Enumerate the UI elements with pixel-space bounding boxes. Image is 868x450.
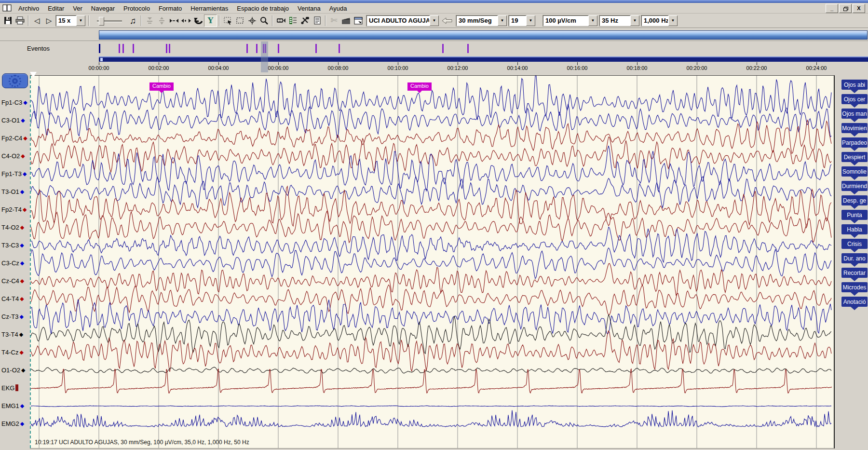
event-button-punta[interactable]: Punta	[841, 210, 868, 220]
page-forward-icon[interactable]: ▷	[43, 15, 55, 27]
event-tick[interactable]	[256, 44, 258, 53]
restore-icon[interactable]	[839, 4, 852, 13]
event-button-parpadeo[interactable]: Parpadeo	[841, 137, 868, 148]
compress-horizontal-icon[interactable]	[168, 15, 180, 27]
event-tick[interactable]	[246, 44, 248, 53]
event-button-recortar[interactable]: Recortar	[841, 268, 868, 278]
menu-protocolo[interactable]: Protocolo	[119, 4, 154, 13]
chevron-down-icon[interactable]: ▼	[498, 15, 507, 26]
event-button-ojos-cer[interactable]: Ojos cer	[841, 94, 868, 104]
cambio-event-label[interactable]: Cambio	[407, 82, 432, 91]
minimize-icon[interactable]: _	[826, 4, 838, 13]
current-position-band[interactable]	[261, 41, 268, 72]
event-tick[interactable]	[133, 44, 134, 53]
chevron-down-icon[interactable]: ▼	[668, 15, 678, 26]
menu-ventana[interactable]: Ventana	[293, 4, 325, 13]
channel-label-fp1-c3[interactable]: Fp1-C3◆	[1, 98, 30, 107]
menu-ayuda[interactable]: Ayuda	[325, 4, 352, 13]
audio-notes-icon[interactable]: ♫	[127, 15, 139, 27]
event-button-ojos-man[interactable]: Ojos man	[841, 109, 868, 119]
rect-select-icon[interactable]	[234, 15, 246, 27]
event-tick[interactable]	[278, 44, 279, 53]
channel-label-fp2-t4[interactable]: Fp2-T4◆	[1, 205, 30, 214]
channel-label-emg1[interactable]: EMG1◆	[1, 401, 30, 410]
compression-combo[interactable]: 15 x ▼	[56, 15, 85, 26]
clip-icon[interactable]	[340, 15, 352, 27]
channel-label-c3-cz[interactable]: C3-Cz◆	[1, 259, 30, 267]
channel-label-t4-o2[interactable]: T4-O2◆	[1, 223, 30, 232]
channel-label-ekg[interactable]: EKG	[1, 383, 30, 392]
event-button-desp-ge[interactable]: Desp. ge	[841, 195, 868, 205]
expand-horizontal-icon[interactable]	[180, 15, 192, 27]
event-button-durmiend[interactable]: Durmiend	[841, 181, 868, 191]
event-tick[interactable]	[467, 44, 469, 53]
event-tick[interactable]	[315, 44, 317, 53]
menu-ver[interactable]: Ver	[68, 4, 87, 13]
compression-slider[interactable]	[93, 15, 125, 26]
channel-label-c4-t4[interactable]: C4-T4◆	[1, 294, 30, 303]
montage-combo[interactable]: UCI ADULTO AGUJAS ▼	[366, 15, 439, 26]
event-tick[interactable]	[166, 44, 167, 53]
menu-herramientas[interactable]: Herramientas	[186, 4, 232, 13]
channel-label-c3-o1[interactable]: C3-O1◆	[1, 116, 30, 124]
print-icon[interactable]	[14, 15, 26, 27]
chevron-down-icon[interactable]: ▼	[526, 15, 535, 26]
report-icon[interactable]	[311, 15, 323, 27]
channel-label-t3-c3[interactable]: T3-C3◆	[1, 241, 30, 249]
calipers-icon[interactable]: Y	[204, 14, 217, 27]
event-tick[interactable]	[169, 44, 170, 53]
video-icon[interactable]	[275, 15, 287, 27]
chevron-down-icon[interactable]: ▼	[430, 15, 439, 26]
chevron-down-icon[interactable]: ▼	[588, 15, 597, 26]
channel-label-fp2-c4[interactable]: Fp2-C4◆	[1, 134, 30, 142]
tools-icon[interactable]	[299, 15, 311, 27]
channel-label-c4-o2[interactable]: C4-O2◆	[1, 151, 30, 160]
speed-combo[interactable]: 30 mm/Seg ▼	[456, 15, 507, 26]
recording-extent-bar[interactable]	[99, 30, 868, 40]
montage-editor-icon[interactable]	[287, 15, 299, 27]
menu-archivo[interactable]: Archivo	[14, 4, 43, 13]
event-tick[interactable]	[442, 44, 444, 53]
event-button-microdes[interactable]: Microdes	[841, 282, 868, 292]
sensitivity-combo[interactable]: 100 µV/cm ▼	[543, 15, 597, 26]
undo-icon[interactable]	[192, 15, 204, 27]
channel-label-emg2[interactable]: EMG2◆	[1, 419, 30, 428]
zoom-icon[interactable]	[258, 15, 270, 27]
timeline[interactable]: 00:00:0000:02:0000:04:0000:06:0000:08:00…	[0, 62, 868, 72]
event-button-anotaci-[interactable]: Anotació	[841, 297, 868, 307]
menu-espacio-de-trabajo[interactable]: Espacio de trabajo	[232, 4, 293, 13]
crosshair-icon[interactable]	[246, 15, 258, 27]
cambio-event-label[interactable]: Cambio	[149, 82, 174, 91]
event-button-dur-ano[interactable]: Dur. ano	[841, 253, 868, 263]
menu-editar[interactable]: Editar	[43, 4, 68, 13]
event-button-despiert[interactable]: Despiert	[841, 152, 868, 162]
low-pass-filter-combo[interactable]: 35 Hz ▼	[599, 15, 639, 26]
channel-label-t3-o1[interactable]: T3-O1◆	[1, 187, 30, 196]
marquee-select-icon[interactable]	[222, 15, 234, 27]
channel-label-cz-t3[interactable]: Cz-T3◆	[1, 312, 30, 321]
chevron-down-icon[interactable]: ▼	[630, 15, 639, 26]
channel-label-t3-t4[interactable]: T3-T4◆	[1, 330, 30, 339]
event-button-crisis[interactable]: Crisis	[841, 239, 868, 249]
channel-label-cz-c4[interactable]: Cz-C4◆	[1, 276, 30, 285]
event-button-movimien[interactable]: Movimien	[841, 123, 868, 133]
window-layout-icon[interactable]	[352, 15, 364, 27]
channel-label-fp1-t3[interactable]: Fp1-T3◆	[1, 169, 30, 178]
menu-navegar[interactable]: Navegar	[87, 4, 119, 13]
target-button[interactable]	[2, 73, 28, 88]
event-tick[interactable]	[122, 44, 124, 53]
event-tick[interactable]	[339, 44, 340, 53]
event-button-somnolie[interactable]: Somnolie	[841, 166, 868, 177]
eeg-trace-panel[interactable]: CambioCambio 10:19:17 UCI ADULTO AGUJAS,…	[30, 75, 835, 449]
event-tick[interactable]	[119, 44, 120, 53]
sample-rate-combo[interactable]: 1,000 Hz ▼	[641, 15, 678, 26]
event-tick[interactable]	[99, 44, 100, 53]
channel-label-t4-cz[interactable]: T4-Cz◆	[1, 348, 30, 356]
channel-label-o1-o2[interactable]: O1-O2◆	[1, 366, 30, 374]
event-button-ojos-abi[interactable]: Ojos abi	[841, 80, 868, 90]
save-icon[interactable]	[2, 15, 14, 27]
event-button-habla[interactable]: Habla	[841, 224, 868, 234]
prev-montage-icon[interactable]	[440, 15, 454, 27]
chevron-down-icon[interactable]: ▼	[76, 15, 85, 26]
page-back-icon[interactable]: ◁	[31, 15, 43, 27]
